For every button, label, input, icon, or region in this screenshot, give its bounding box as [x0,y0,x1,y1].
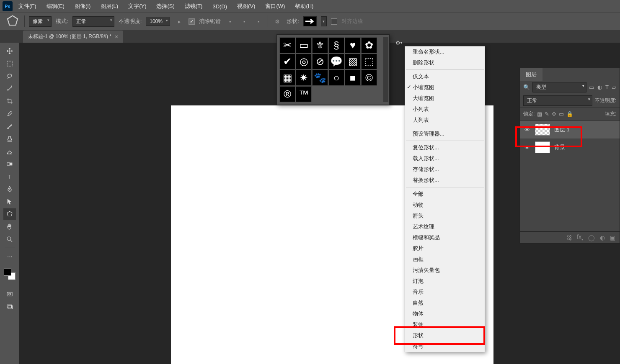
screen-mode-tool[interactable] [3,301,16,313]
shape-swatch[interactable]: ✿ [361,37,377,53]
color-swatches[interactable] [4,268,16,280]
filter-adjustment-icon[interactable]: ◐ [597,84,602,90]
context-menu-item[interactable]: 小列表 [405,104,485,115]
lasso-tool[interactable] [3,70,16,82]
menu-filter[interactable]: 滤镜(T) [181,1,207,12]
opacity-input[interactable]: 100% [146,17,170,26]
layer-mask-icon[interactable]: ◯ [588,234,595,241]
mode-dropdown[interactable]: 正常 [72,16,114,27]
menu-3d[interactable]: 3D(D) [208,2,231,11]
blend-mode-dropdown[interactable]: 正常 [523,95,592,106]
menu-window[interactable]: 窗口(W) [261,1,289,12]
menu-select[interactable]: 选择(S) [152,1,178,12]
shape-swatch[interactable]: ▨ [345,54,361,69]
link-layers-icon[interactable]: ⛓ [566,234,572,241]
context-menu-item[interactable]: 胶片 [405,243,485,254]
context-menu-item[interactable]: 重命名形状... [405,46,485,57]
shapes-picker-scrollbar[interactable] [383,37,388,102]
layer-thumbnail[interactable] [535,141,550,153]
context-menu-item[interactable]: 艺术纹理 [405,221,485,232]
context-menu-item[interactable]: 音乐 [405,287,485,297]
layer-row[interactable]: 👁背景 [520,138,620,156]
context-menu-item[interactable]: 存储形状... [405,164,485,175]
brush-tool[interactable] [3,120,16,132]
context-menu-item[interactable]: 替换形状... [405,175,485,186]
menu-help[interactable]: 帮助(H) [291,1,318,12]
context-menu-item[interactable]: 装饰 [405,319,485,330]
menu-text[interactable]: 文字(Y) [124,1,150,12]
custom-shape-tool[interactable] [3,208,16,220]
layer-row[interactable]: 👁图层 1 [520,121,620,138]
edit-toolbar-icon[interactable]: ⋯ [3,251,16,262]
lock-image-icon[interactable]: ✎ [545,111,549,117]
context-menu-item[interactable]: 灯泡 [405,276,485,287]
shape-swatch[interactable]: ⬚ [361,54,377,69]
context-menu-item[interactable]: 横幅和奖品 [405,232,485,243]
layer-fx-icon[interactable]: fx▾ [577,233,583,241]
shape-swatch[interactable]: ▭ [296,37,312,53]
stamp-tool[interactable] [3,133,16,145]
filter-image-icon[interactable]: ▭ [589,84,594,90]
zoom-tool[interactable] [3,233,16,245]
shape-preview[interactable] [303,16,317,26]
shape-swatch[interactable]: ▦ [279,70,295,86]
context-menu-item[interactable]: 载入形状... [405,153,485,164]
menu-edit[interactable]: 编辑(E) [42,1,69,12]
eraser-tool[interactable] [3,146,16,157]
layer-visibility-icon[interactable]: 👁 [523,127,531,133]
layer-visibility-icon[interactable]: 👁 [523,144,531,151]
menu-file[interactable]: 文件(F) [14,1,41,12]
type-tool[interactable]: T [3,171,16,182]
context-menu-item[interactable]: 预设管理器... [405,128,485,139]
shape-swatch[interactable]: ✔ [279,54,295,69]
shape-swatch[interactable]: ◎ [296,54,312,69]
document-tab-close[interactable]: × [115,33,118,40]
shape-swatch[interactable]: © [361,70,377,86]
lock-artboard-icon[interactable]: ▭ [559,111,564,117]
quick-mask-tool[interactable] [3,288,16,300]
context-menu-item[interactable]: 画框 [405,254,485,265]
foreground-color-swatch[interactable] [4,268,11,276]
opacity-flyout-icon[interactable]: ▸ [174,16,184,26]
context-menu-item[interactable]: 污渍矢量包 [405,265,485,276]
shape-swatch[interactable]: ♥ [345,37,361,53]
shapes-picker-gear-icon[interactable]: ⚙▾ [395,38,403,47]
document-tab[interactable]: 未标题-1 @ 100% (图层 1, RGB/8#) * × [23,31,123,43]
context-menu-item[interactable]: 全部 [405,189,485,200]
shape-swatch[interactable]: 💬 [328,54,344,69]
filter-type-icon[interactable]: T [605,84,609,90]
new-fill-layer-icon[interactable]: ◐ [600,234,605,241]
context-menu-item[interactable]: 大列表 [405,115,485,126]
layers-panel-tab[interactable]: 图层 [520,68,542,81]
shape-swatch[interactable]: ■ [345,70,361,86]
layer-filter-dropdown[interactable]: 类型 [532,82,586,92]
context-menu-item[interactable]: 动物 [405,200,485,210]
shape-swatch[interactable]: § [328,37,344,53]
marquee-tool[interactable] [3,58,16,69]
new-group-icon[interactable]: ▣ [610,234,615,241]
align-edges-checkbox[interactable] [331,18,337,25]
gradient-tool[interactable] [3,158,16,170]
shape-swatch[interactable]: ✂ [279,37,295,53]
context-menu-item[interactable]: 大缩览图 [405,93,485,104]
align-center-icon[interactable]: ▪ [239,16,249,26]
align-left-icon[interactable]: ▪ [225,16,235,26]
shape-swatch[interactable]: 🐾 [312,70,328,86]
filter-shape-icon[interactable]: ▱ [612,84,616,90]
shape-swatch[interactable]: ™ [296,86,312,102]
shape-dropdown-toggle[interactable]: ▾ [321,16,327,26]
crop-tool[interactable] [3,95,16,107]
lock-position-icon[interactable]: ✥ [552,111,556,117]
gear-icon[interactable]: ⚙ [272,16,282,26]
context-menu-item[interactable]: 自然 [405,297,485,308]
magic-wand-tool[interactable] [3,83,16,95]
menu-layer[interactable]: 图层(L) [96,1,122,12]
lock-all-icon[interactable]: 🔒 [566,111,573,117]
context-menu-item[interactable]: 符号 [405,341,485,352]
context-menu-item[interactable]: 物体 [405,308,485,319]
context-menu-item[interactable]: 箭头 [405,210,485,221]
menu-view[interactable]: 视图(V) [233,1,259,12]
shape-swatch[interactable]: ✷ [296,70,312,86]
shape-swatch[interactable]: ⚜ [312,37,328,53]
antialias-checkbox[interactable]: ✓ [189,18,195,25]
